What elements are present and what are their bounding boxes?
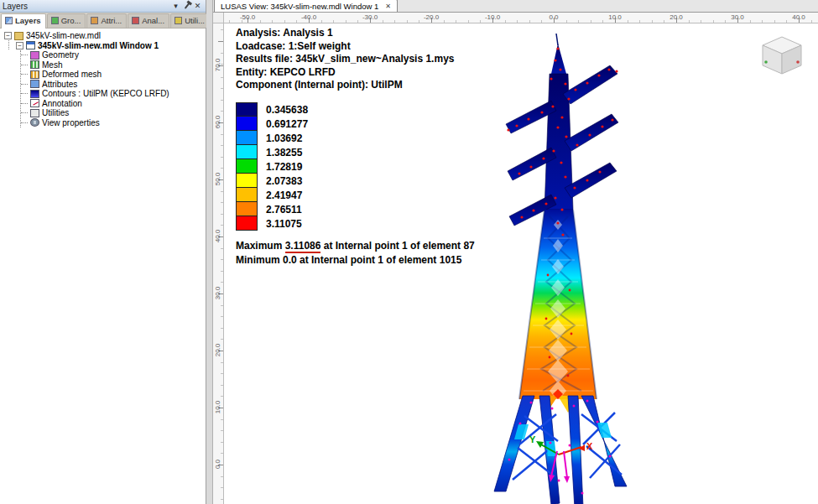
tree-connector <box>21 103 28 104</box>
panel-title-bar: Layers ▾ ✕ <box>0 0 206 13</box>
panel-tab-strip: Layers Gro... Attri... Anal... Utili... … <box>0 13 206 29</box>
geometry-icon <box>30 51 39 60</box>
legend-row: 1.38255 <box>236 145 308 159</box>
axis-y-label: Y <box>529 434 536 444</box>
tree-item-utilities[interactable]: Utilities <box>0 108 206 118</box>
layers-panel: Layers ▾ ✕ Layers Gro... Attri... Anal..… <box>0 0 206 504</box>
legend-value: 0.345638 <box>266 104 308 116</box>
legend-value: 3.11075 <box>266 218 302 230</box>
tree-item-attributes[interactable]: Attributes <box>0 80 206 90</box>
expand-collapse-icon[interactable]: − <box>4 32 12 39</box>
ruler-label: -20.0 <box>424 13 439 21</box>
legend-row: 2.76511 <box>236 202 308 216</box>
panel-title: Layers <box>3 2 170 11</box>
tree-connector <box>21 74 28 75</box>
ruler-label: 50.0 <box>214 167 221 192</box>
view-tab-bar: LUSAS View: 345kV-slim-new.mdl Window 1 … <box>213 0 818 13</box>
minimum-text: Minimum 0.0 at Internal point 1 of eleme… <box>236 254 461 266</box>
annotation-icon <box>30 99 39 107</box>
window-icon <box>26 41 35 49</box>
orientation-cube-icon[interactable] <box>763 37 801 74</box>
tab-attributes[interactable]: Attri... <box>86 13 127 28</box>
ruler-label: -40.0 <box>301 13 316 21</box>
tab-label: Attri... <box>101 16 122 25</box>
legend-swatch <box>236 188 258 202</box>
tree-item-label: Contours : UtilPM (KEPCO LRFD) <box>42 89 169 98</box>
ruler-label: 40.0 <box>792 13 805 21</box>
ruler-label: -30.0 <box>362 13 378 21</box>
tree-item-label: Attributes <box>42 80 77 89</box>
results-annotation: Analysis: Analysis 1 Loadcase: 1:Self we… <box>236 27 454 92</box>
attributes-icon <box>30 80 39 88</box>
ruler-label: 0.0 <box>214 452 221 477</box>
tree-item-annotation[interactable]: Annotation <box>0 99 206 109</box>
ruler-label: 30.0 <box>731 13 744 21</box>
pin-icon[interactable] <box>181 1 192 11</box>
legend-value: 1.38255 <box>266 147 302 158</box>
horizontal-ruler: -50.0 -40.0 -30.0 -20.0 -10.0 0.0 10.0 2… <box>224 13 818 23</box>
tree-item-deformed-mesh[interactable]: Deformed mesh <box>0 70 206 80</box>
legend-swatch <box>236 102 258 117</box>
panel-splitter[interactable] <box>206 0 213 504</box>
legend-row: 3.11075 <box>236 216 308 231</box>
tree-root-item[interactable]: − 345kV-slim-new.mdl <box>0 31 206 41</box>
tree-guide-line <box>8 40 9 49</box>
legend-swatch <box>236 216 258 231</box>
contours-icon <box>30 90 39 98</box>
tree-item-geometry[interactable]: Geometry <box>0 50 206 60</box>
legend-row: 0.691277 <box>236 117 308 131</box>
tree-connector <box>21 112 28 113</box>
tree-item-contours[interactable]: Contours : UtilPM (KEPCO LRFD) <box>0 89 206 99</box>
max-prefix: Maximum <box>236 240 285 252</box>
tree-connector <box>21 84 28 85</box>
tree-window-item[interactable]: − 345kV-slim-new.mdl Window 1 <box>0 41 206 51</box>
tab-layers[interactable]: Layers <box>1 13 46 29</box>
tree-item-label: Mesh <box>42 60 62 70</box>
ruler-label: 20.0 <box>214 338 221 363</box>
ruler-label: 0.0 <box>549 13 558 21</box>
analyses-tab-icon <box>132 17 139 24</box>
legend-row: 2.41947 <box>236 188 308 202</box>
panel-menu-button[interactable]: ▾ <box>170 1 181 11</box>
ruler-label: 10.0 <box>608 13 622 21</box>
vertical-ruler: 70.0 60.0 50.0 40.0 30.0 20.0 10.0 0.0 <box>213 23 224 504</box>
legend-swatch <box>236 159 258 174</box>
close-icon[interactable]: ✕ <box>385 3 391 10</box>
legend-swatch <box>236 117 258 131</box>
legend-row: 1.03692 <box>236 131 308 145</box>
annotation-results-file: Results file: 345kV_slim_new~Analysis 1.… <box>236 53 454 66</box>
tree-item-label: Deformed mesh <box>42 70 102 79</box>
utilities-icon <box>30 109 39 117</box>
panel-close-button[interactable]: ✕ <box>192 1 203 11</box>
legend-swatch <box>236 202 258 216</box>
tab-analyses[interactable]: Anal... <box>128 13 169 28</box>
ruler-label: 70.0 <box>214 53 221 78</box>
model-file-icon <box>14 32 23 40</box>
attributes-tab-icon <box>91 17 98 24</box>
legend-value: 2.41947 <box>266 190 302 201</box>
view-canvas[interactable]: Analysis: Analysis 1 Loadcase: 1:Self we… <box>224 23 818 504</box>
legend-value: 1.03692 <box>266 132 302 144</box>
mesh-icon <box>30 60 39 69</box>
tab-label: Anal... <box>142 16 164 25</box>
axes-triad-icon: Y X <box>529 434 593 483</box>
utilities-tab-icon <box>175 17 182 24</box>
tab-label: Layers <box>15 16 41 25</box>
legend-value: 2.07383 <box>266 175 302 187</box>
layers-tab-icon <box>5 17 13 24</box>
ruler-label: 60.0 <box>214 110 221 135</box>
expand-collapse-icon[interactable]: − <box>16 42 23 49</box>
tree-window-label: 345kV-slim-new.mdl Window 1 <box>38 41 159 50</box>
tree-connector <box>21 93 28 94</box>
annotation-analysis: Analysis: Analysis 1 <box>236 27 454 40</box>
tab-utilities[interactable]: Utili... <box>170 13 210 28</box>
tree-item-view-properties[interactable]: View properties <box>0 118 206 128</box>
legend-swatch <box>236 174 258 188</box>
groups-tab-icon <box>51 17 59 24</box>
tree-item-mesh[interactable]: Mesh <box>0 60 206 70</box>
legend-value: 1.72819 <box>266 161 302 173</box>
tab-label: Utili... <box>185 16 205 25</box>
view-tab[interactable]: LUSAS View: 345kV-slim-new.mdl Window 1 … <box>214 0 398 12</box>
tree-item-label: Geometry <box>42 50 79 60</box>
tab-groups[interactable]: Gro... <box>47 13 86 28</box>
